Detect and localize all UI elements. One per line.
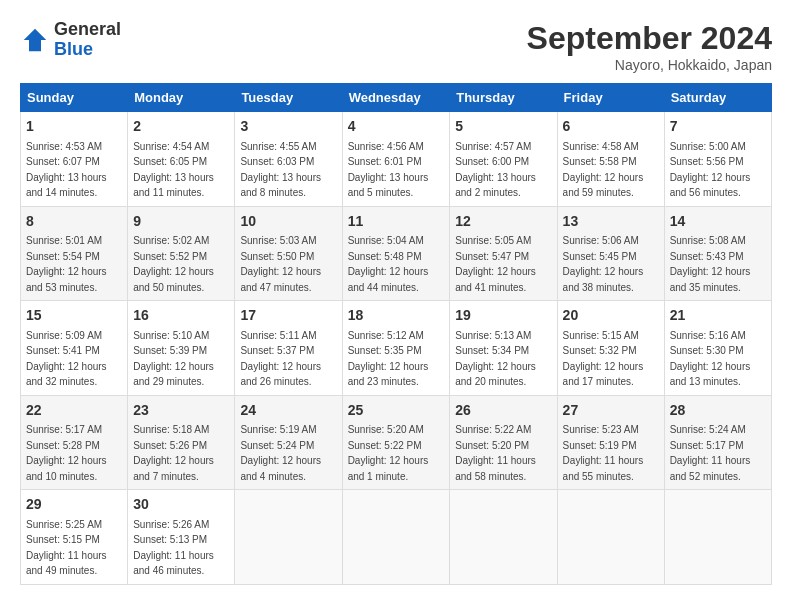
- day-info: Sunrise: 5:23 AMSunset: 5:19 PMDaylight:…: [563, 424, 644, 482]
- day-number: 4: [348, 117, 445, 137]
- day-number: 21: [670, 306, 766, 326]
- day-number: 6: [563, 117, 659, 137]
- page-header: General Blue September 2024 Nayoro, Hokk…: [20, 20, 772, 73]
- day-info: Sunrise: 5:16 AMSunset: 5:30 PMDaylight:…: [670, 330, 751, 388]
- day-number: 17: [240, 306, 336, 326]
- logo-icon: [20, 25, 50, 55]
- day-info: Sunrise: 5:01 AMSunset: 5:54 PMDaylight:…: [26, 235, 107, 293]
- day-info: Sunrise: 5:15 AMSunset: 5:32 PMDaylight:…: [563, 330, 644, 388]
- day-info: Sunrise: 4:55 AMSunset: 6:03 PMDaylight:…: [240, 141, 321, 199]
- day-info: Sunrise: 5:04 AMSunset: 5:48 PMDaylight:…: [348, 235, 429, 293]
- day-info: Sunrise: 5:19 AMSunset: 5:24 PMDaylight:…: [240, 424, 321, 482]
- calendar-day-cell: 20 Sunrise: 5:15 AMSunset: 5:32 PMDaylig…: [557, 301, 664, 396]
- calendar-week-row: 22 Sunrise: 5:17 AMSunset: 5:28 PMDaylig…: [21, 395, 772, 490]
- day-number: 2: [133, 117, 229, 137]
- day-info: Sunrise: 4:56 AMSunset: 6:01 PMDaylight:…: [348, 141, 429, 199]
- day-number: 18: [348, 306, 445, 326]
- day-info: Sunrise: 5:22 AMSunset: 5:20 PMDaylight:…: [455, 424, 536, 482]
- day-number: 10: [240, 212, 336, 232]
- calendar-day-cell: 24 Sunrise: 5:19 AMSunset: 5:24 PMDaylig…: [235, 395, 342, 490]
- calendar-day-cell: 27 Sunrise: 5:23 AMSunset: 5:19 PMDaylig…: [557, 395, 664, 490]
- calendar-day-cell: 15 Sunrise: 5:09 AMSunset: 5:41 PMDaylig…: [21, 301, 128, 396]
- day-info: Sunrise: 5:05 AMSunset: 5:47 PMDaylight:…: [455, 235, 536, 293]
- calendar-day-cell: 29 Sunrise: 5:25 AMSunset: 5:15 PMDaylig…: [21, 490, 128, 585]
- location-subtitle: Nayoro, Hokkaido, Japan: [527, 57, 772, 73]
- calendar-week-row: 15 Sunrise: 5:09 AMSunset: 5:41 PMDaylig…: [21, 301, 772, 396]
- day-number: 9: [133, 212, 229, 232]
- calendar-day-cell: 23 Sunrise: 5:18 AMSunset: 5:26 PMDaylig…: [128, 395, 235, 490]
- day-number: 22: [26, 401, 122, 421]
- day-info: Sunrise: 4:54 AMSunset: 6:05 PMDaylight:…: [133, 141, 214, 199]
- calendar-day-cell: 17 Sunrise: 5:11 AMSunset: 5:37 PMDaylig…: [235, 301, 342, 396]
- day-info: Sunrise: 5:10 AMSunset: 5:39 PMDaylight:…: [133, 330, 214, 388]
- day-number: 11: [348, 212, 445, 232]
- calendar-day-cell: 21 Sunrise: 5:16 AMSunset: 5:30 PMDaylig…: [664, 301, 771, 396]
- weekday-header-cell: Sunday: [21, 84, 128, 112]
- calendar-day-cell: [235, 490, 342, 585]
- month-title: September 2024: [527, 20, 772, 57]
- calendar-day-cell: 13 Sunrise: 5:06 AMSunset: 5:45 PMDaylig…: [557, 206, 664, 301]
- calendar-week-row: 8 Sunrise: 5:01 AMSunset: 5:54 PMDayligh…: [21, 206, 772, 301]
- day-info: Sunrise: 5:02 AMSunset: 5:52 PMDaylight:…: [133, 235, 214, 293]
- day-info: Sunrise: 5:00 AMSunset: 5:56 PMDaylight:…: [670, 141, 751, 199]
- day-number: 19: [455, 306, 551, 326]
- title-block: September 2024 Nayoro, Hokkaido, Japan: [527, 20, 772, 73]
- calendar-day-cell: 2 Sunrise: 4:54 AMSunset: 6:05 PMDayligh…: [128, 112, 235, 207]
- day-number: 15: [26, 306, 122, 326]
- day-number: 27: [563, 401, 659, 421]
- calendar-week-row: 29 Sunrise: 5:25 AMSunset: 5:15 PMDaylig…: [21, 490, 772, 585]
- calendar-day-cell: [450, 490, 557, 585]
- day-info: Sunrise: 5:09 AMSunset: 5:41 PMDaylight:…: [26, 330, 107, 388]
- weekday-header-cell: Tuesday: [235, 84, 342, 112]
- day-info: Sunrise: 5:25 AMSunset: 5:15 PMDaylight:…: [26, 519, 107, 577]
- weekday-header-cell: Saturday: [664, 84, 771, 112]
- day-number: 16: [133, 306, 229, 326]
- day-number: 13: [563, 212, 659, 232]
- day-number: 24: [240, 401, 336, 421]
- calendar-table: SundayMondayTuesdayWednesdayThursdayFrid…: [20, 83, 772, 585]
- day-info: Sunrise: 5:12 AMSunset: 5:35 PMDaylight:…: [348, 330, 429, 388]
- day-info: Sunrise: 5:24 AMSunset: 5:17 PMDaylight:…: [670, 424, 751, 482]
- day-info: Sunrise: 5:11 AMSunset: 5:37 PMDaylight:…: [240, 330, 321, 388]
- day-info: Sunrise: 5:03 AMSunset: 5:50 PMDaylight:…: [240, 235, 321, 293]
- day-number: 23: [133, 401, 229, 421]
- day-number: 1: [26, 117, 122, 137]
- day-info: Sunrise: 4:57 AMSunset: 6:00 PMDaylight:…: [455, 141, 536, 199]
- weekday-header-row: SundayMondayTuesdayWednesdayThursdayFrid…: [21, 84, 772, 112]
- day-number: 5: [455, 117, 551, 137]
- calendar-day-cell: 3 Sunrise: 4:55 AMSunset: 6:03 PMDayligh…: [235, 112, 342, 207]
- day-info: Sunrise: 5:20 AMSunset: 5:22 PMDaylight:…: [348, 424, 429, 482]
- svg-marker-0: [24, 29, 47, 52]
- calendar-day-cell: 14 Sunrise: 5:08 AMSunset: 5:43 PMDaylig…: [664, 206, 771, 301]
- day-info: Sunrise: 5:08 AMSunset: 5:43 PMDaylight:…: [670, 235, 751, 293]
- day-number: 28: [670, 401, 766, 421]
- calendar-day-cell: 8 Sunrise: 5:01 AMSunset: 5:54 PMDayligh…: [21, 206, 128, 301]
- day-info: Sunrise: 5:26 AMSunset: 5:13 PMDaylight:…: [133, 519, 214, 577]
- weekday-header-cell: Monday: [128, 84, 235, 112]
- day-number: 8: [26, 212, 122, 232]
- logo-text: General Blue: [54, 20, 121, 60]
- day-info: Sunrise: 5:17 AMSunset: 5:28 PMDaylight:…: [26, 424, 107, 482]
- calendar-body: 1 Sunrise: 4:53 AMSunset: 6:07 PMDayligh…: [21, 112, 772, 585]
- day-info: Sunrise: 4:53 AMSunset: 6:07 PMDaylight:…: [26, 141, 107, 199]
- day-info: Sunrise: 4:58 AMSunset: 5:58 PMDaylight:…: [563, 141, 644, 199]
- day-number: 30: [133, 495, 229, 515]
- weekday-header-cell: Wednesday: [342, 84, 450, 112]
- day-info: Sunrise: 5:18 AMSunset: 5:26 PMDaylight:…: [133, 424, 214, 482]
- day-number: 7: [670, 117, 766, 137]
- calendar-day-cell: 22 Sunrise: 5:17 AMSunset: 5:28 PMDaylig…: [21, 395, 128, 490]
- day-number: 12: [455, 212, 551, 232]
- logo: General Blue: [20, 20, 121, 60]
- calendar-day-cell: 7 Sunrise: 5:00 AMSunset: 5:56 PMDayligh…: [664, 112, 771, 207]
- calendar-day-cell: [342, 490, 450, 585]
- calendar-day-cell: 10 Sunrise: 5:03 AMSunset: 5:50 PMDaylig…: [235, 206, 342, 301]
- calendar-day-cell: 4 Sunrise: 4:56 AMSunset: 6:01 PMDayligh…: [342, 112, 450, 207]
- calendar-day-cell: 5 Sunrise: 4:57 AMSunset: 6:00 PMDayligh…: [450, 112, 557, 207]
- calendar-day-cell: 11 Sunrise: 5:04 AMSunset: 5:48 PMDaylig…: [342, 206, 450, 301]
- day-info: Sunrise: 5:13 AMSunset: 5:34 PMDaylight:…: [455, 330, 536, 388]
- calendar-day-cell: [557, 490, 664, 585]
- calendar-day-cell: 25 Sunrise: 5:20 AMSunset: 5:22 PMDaylig…: [342, 395, 450, 490]
- calendar-day-cell: 28 Sunrise: 5:24 AMSunset: 5:17 PMDaylig…: [664, 395, 771, 490]
- calendar-day-cell: 6 Sunrise: 4:58 AMSunset: 5:58 PMDayligh…: [557, 112, 664, 207]
- weekday-header-cell: Friday: [557, 84, 664, 112]
